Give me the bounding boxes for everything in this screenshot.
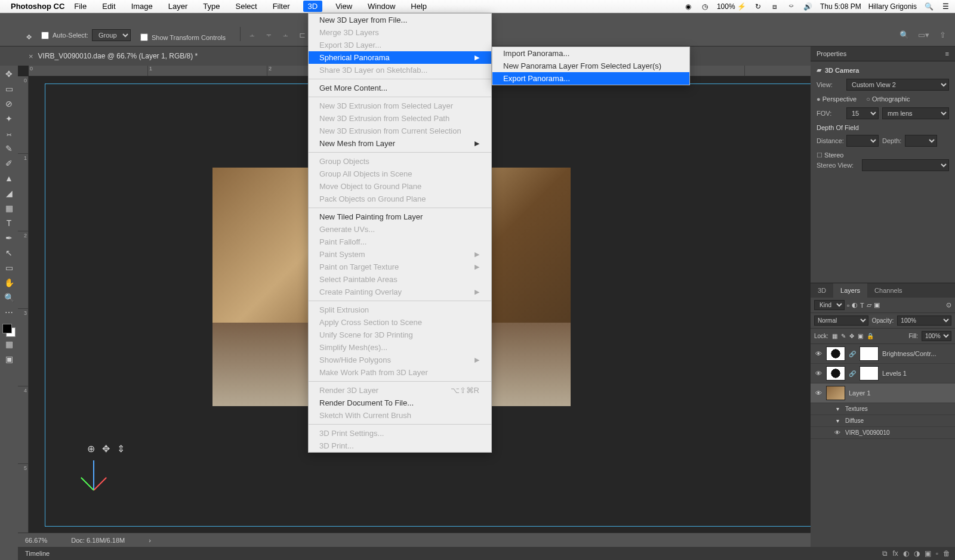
align-icon[interactable]: ⫠ <box>245 28 258 41</box>
clock[interactable]: Thu 5:08 PM <box>820 2 861 11</box>
gradient-tool[interactable]: ▦ <box>1 201 17 215</box>
distance-input[interactable] <box>846 135 879 147</box>
menu-filter[interactable]: Filter <box>270 1 292 12</box>
zoom-level[interactable]: 66.67% <box>25 537 47 544</box>
opacity-value[interactable]: 100% <box>897 315 951 326</box>
submenu-item[interactable]: New Panorama Layer From Selected Layer(s… <box>492 60 689 72</box>
lock-all-icon[interactable]: 🔒 <box>867 333 874 339</box>
menu-type[interactable]: Type <box>201 1 222 12</box>
filter-pixel-icon[interactable]: ▫ <box>847 302 849 309</box>
crop-tool[interactable]: ⟗ <box>1 126 17 141</box>
properties-tab[interactable]: Properties ≡ <box>811 47 955 61</box>
layer-item[interactable]: 👁🔗Brightness/Contr... <box>811 344 955 364</box>
path-tool[interactable]: ↖ <box>1 246 17 260</box>
brush-tool[interactable]: ✐ <box>1 156 17 171</box>
menu-3d[interactable]: 3D <box>303 1 323 12</box>
menu-layer[interactable]: Layer <box>166 1 190 12</box>
tab-layers[interactable]: Layers <box>833 283 867 298</box>
menu-item[interactable]: Spherical Panorama▶ <box>309 51 491 64</box>
blend-mode[interactable]: Normal <box>814 315 868 326</box>
menu-item[interactable]: New Tiled Painting from Layer <box>309 211 491 223</box>
doc-info[interactable]: Doc: 6.18M/6.18M <box>71 537 125 544</box>
tab-3d[interactable]: 3D <box>811 283 833 298</box>
layer-sub-item[interactable]: ▾Textures <box>811 403 955 415</box>
move-tool[interactable]: ✥ <box>1 67 17 81</box>
stereo-view-select[interactable] <box>862 159 949 171</box>
shape-tool[interactable]: ▭ <box>1 261 17 275</box>
close-tab-icon[interactable]: × <box>29 52 33 61</box>
fov-value[interactable]: 15 <box>846 107 879 119</box>
adjustment-icon[interactable]: ◑ <box>914 549 920 558</box>
trash-icon[interactable]: 🗑 <box>943 549 950 558</box>
layer-sub-item[interactable]: ▾Diffuse <box>811 415 955 427</box>
submenu-item[interactable]: Import Panorama... <box>492 47 689 60</box>
menu-edit[interactable]: Edit <box>100 1 118 12</box>
filter-smart-icon[interactable]: ▣ <box>874 301 880 309</box>
quickmask-tool[interactable]: ▦ <box>1 337 17 351</box>
filter-toggle[interactable]: ⊙ <box>946 301 951 309</box>
menu-icon[interactable]: ☰ <box>941 2 950 11</box>
fov-unit[interactable]: mm lens <box>882 107 949 119</box>
eraser-tool[interactable]: ◢ <box>1 186 17 200</box>
timemachine-icon[interactable]: ↻ <box>753 2 763 11</box>
orthographic-radio[interactable]: Orthographic <box>866 95 910 103</box>
document-tab[interactable]: × VIRB_V0090010.dae @ 66.7% (Layer 1, RG… <box>21 47 205 66</box>
align-icon[interactable]: ⫠ <box>279 28 292 41</box>
spotlight-icon[interactable]: 🔍 <box>924 2 934 11</box>
depth-input[interactable] <box>905 135 937 147</box>
tab-channels[interactable]: Channels <box>867 283 909 298</box>
fx-icon[interactable]: fx <box>892 549 898 558</box>
link-icon[interactable]: ⧉ <box>882 549 888 558</box>
vertical-ruler[interactable]: 012345 <box>18 76 29 533</box>
filter-adj-icon[interactable]: ◐ <box>852 301 858 309</box>
autoselect-checkbox[interactable] <box>41 32 49 39</box>
menu-item[interactable]: New 3D Layer from File... <box>309 14 491 26</box>
filter-shape-icon[interactable]: ▱ <box>867 301 871 309</box>
menu-item[interactable]: Render Document To File... <box>309 397 491 409</box>
volume-icon[interactable]: 🔊 <box>803 2 813 11</box>
mask-icon[interactable]: ◐ <box>903 549 909 558</box>
user-name[interactable]: Hillary Grigonis <box>868 2 917 11</box>
transform-checkbox[interactable] <box>140 33 148 41</box>
eyedropper-tool[interactable]: ✎ <box>1 141 17 156</box>
color-swatch[interactable] <box>2 324 16 337</box>
menu-image[interactable]: Image <box>129 1 155 12</box>
fill-value[interactable]: 100% <box>922 331 951 341</box>
lock-trans-icon[interactable]: ▦ <box>832 333 837 339</box>
submenu-item[interactable]: Export Panorama... <box>492 72 689 85</box>
bluetooth-icon[interactable]: ⧈ <box>770 2 780 11</box>
search-icon[interactable]: 🔍 <box>898 28 911 41</box>
marquee-tool[interactable]: ▭ <box>1 82 17 96</box>
menu-select[interactable]: Select <box>233 1 259 12</box>
perspective-radio[interactable]: Perspective <box>817 95 857 103</box>
zoom-tool[interactable]: 🔍 <box>1 290 17 305</box>
share-icon[interactable]: ⇧ <box>936 28 949 41</box>
menu-window[interactable]: Window <box>365 1 398 12</box>
3d-axis-gizmo[interactable] <box>81 443 129 490</box>
battery-status[interactable]: 100% ⚡ <box>717 2 746 11</box>
type-tool[interactable]: T <box>1 216 17 230</box>
panel-menu-icon[interactable]: ≡ <box>945 50 949 57</box>
lock-pixel-icon[interactable]: ✎ <box>841 333 846 339</box>
status-icon[interactable]: ◉ <box>683 2 693 11</box>
wifi-icon[interactable]: ⌔ <box>787 2 796 11</box>
menu-item[interactable]: Get More Content... <box>309 82 491 94</box>
align-icon[interactable]: ⫟ <box>262 28 275 41</box>
chevron-right-icon[interactable]: › <box>149 537 151 544</box>
status-icon[interactable]: ◷ <box>700 2 710 11</box>
menu-file[interactable]: File <box>72 1 89 12</box>
lock-pos-icon[interactable]: ✥ <box>849 333 854 339</box>
filter-type-icon[interactable]: T <box>860 302 864 309</box>
screenmode-tool[interactable]: ▣ <box>1 352 17 366</box>
hand-tool[interactable]: ✋ <box>1 276 17 290</box>
menu-item[interactable]: New Mesh from Layer▶ <box>309 137 491 150</box>
stereo-checkbox[interactable]: Stereo <box>817 151 843 159</box>
pen-tool[interactable]: ✒ <box>1 231 17 245</box>
workspace-icon[interactable]: ▭▾ <box>917 28 930 41</box>
view-select[interactable]: Custom View 2 <box>846 79 949 91</box>
layer-sub-item[interactable]: 👁VIRB_V0090010 <box>811 427 955 439</box>
move-tool-icon[interactable]: ✥ <box>26 33 32 41</box>
lock-artboard-icon[interactable]: ▣ <box>858 333 863 339</box>
stamp-tool[interactable]: ▲ <box>1 171 17 185</box>
menu-view[interactable]: View <box>333 1 355 12</box>
